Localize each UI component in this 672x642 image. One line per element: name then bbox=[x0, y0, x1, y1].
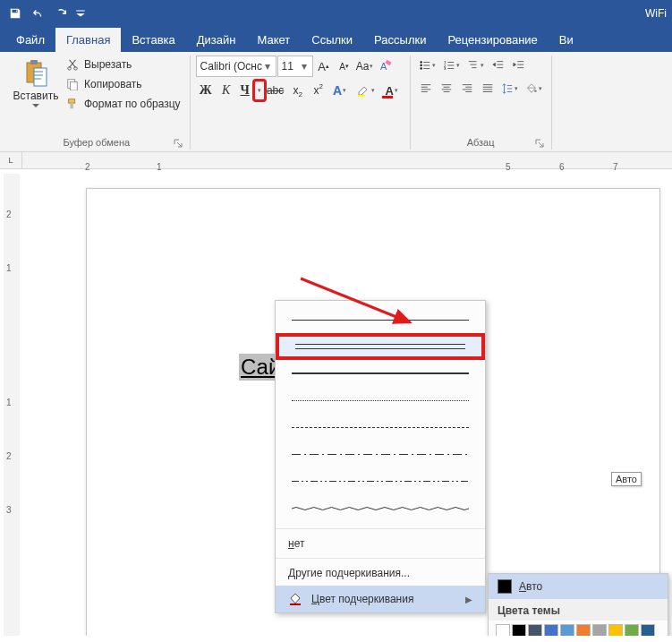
svg-text:3: 3 bbox=[444, 66, 447, 71]
color-swatch[interactable] bbox=[608, 624, 623, 636]
tab-review[interactable]: Рецензирование bbox=[437, 28, 548, 52]
group-clipboard: Вставить Вырезать Копировать Формат по о… bbox=[4, 56, 191, 150]
paste-button[interactable]: Вставить bbox=[9, 56, 63, 111]
color-swatch[interactable] bbox=[592, 624, 607, 636]
format-painter-button[interactable]: Формат по образцу bbox=[63, 95, 184, 113]
underline-style-thick[interactable] bbox=[276, 360, 485, 387]
svg-point-14 bbox=[421, 67, 422, 69]
color-swatch[interactable] bbox=[560, 624, 574, 636]
horizontal-ruler[interactable]: L 2 1 5 6 7 bbox=[0, 152, 672, 169]
vertical-ruler[interactable]: 2 1 1 2 3 bbox=[4, 174, 20, 636]
font-size-combobox[interactable]: 11▾ bbox=[277, 56, 313, 77]
title-bar: WiFi bbox=[0, 0, 672, 27]
color-auto[interactable]: Авто bbox=[489, 574, 668, 599]
shrink-font-button[interactable]: A▾ bbox=[335, 56, 354, 76]
format-painter-label: Формат по образцу bbox=[84, 98, 181, 110]
tab-selector[interactable]: L bbox=[0, 152, 22, 168]
group-label-font bbox=[196, 135, 404, 150]
tab-insert[interactable]: Вставка bbox=[121, 28, 185, 52]
copy-label: Копировать bbox=[84, 78, 142, 90]
underline-dropdown-button[interactable]: ▾ bbox=[254, 81, 265, 100]
paragraph-launcher[interactable] bbox=[533, 137, 546, 150]
copy-button[interactable]: Копировать bbox=[63, 75, 184, 93]
underline-color[interactable]: Цвет подчеркивания ▶ bbox=[276, 586, 485, 612]
color-swatch[interactable] bbox=[496, 624, 510, 636]
underline-style-double[interactable] bbox=[276, 333, 485, 360]
svg-rect-6 bbox=[70, 81, 77, 90]
color-swatch[interactable] bbox=[576, 624, 591, 636]
subscript-button[interactable]: x bbox=[286, 81, 306, 100]
tab-view[interactable]: Ви bbox=[549, 28, 584, 52]
numbering-button[interactable]: 123▾ bbox=[440, 56, 464, 75]
decrease-indent-button[interactable] bbox=[489, 56, 508, 75]
svg-rect-7 bbox=[69, 99, 75, 103]
tab-layout[interactable]: Макет bbox=[246, 28, 301, 52]
svg-rect-2 bbox=[34, 68, 47, 86]
underline-style-dashdot[interactable] bbox=[276, 441, 485, 467]
shading-button[interactable]: ▾ bbox=[523, 79, 546, 98]
qat-customize-button[interactable] bbox=[75, 4, 86, 23]
color-swatch[interactable] bbox=[528, 624, 542, 636]
redo-button[interactable] bbox=[52, 4, 72, 23]
underline-style-solid[interactable] bbox=[276, 306, 485, 333]
color-swatch[interactable] bbox=[544, 624, 558, 636]
align-right-button[interactable] bbox=[457, 79, 477, 98]
tab-mailings[interactable]: Рассылки bbox=[363, 28, 437, 52]
tab-home[interactable]: Главная bbox=[55, 28, 121, 52]
bullets-button[interactable]: ▾ bbox=[416, 56, 439, 75]
align-justify-button[interactable] bbox=[478, 79, 498, 98]
theme-colors-main-row bbox=[489, 621, 668, 636]
underline-style-dashed[interactable] bbox=[276, 414, 485, 441]
svg-point-12 bbox=[421, 61, 422, 63]
tab-file[interactable]: Файл bbox=[5, 28, 55, 52]
grow-font-button[interactable]: A▴ bbox=[314, 56, 334, 76]
underline-none[interactable]: нет bbox=[276, 531, 485, 556]
document-area: L 2 1 5 6 7 2 1 1 2 3 Сай bbox=[0, 152, 672, 636]
font-name-combobox[interactable]: Calibri (Оснс▾ bbox=[196, 56, 276, 77]
font-color-button[interactable]: A ▾ bbox=[379, 81, 404, 100]
theme-colors-header: Цвета темы bbox=[489, 599, 668, 621]
text-effects-button[interactable]: A▾ bbox=[327, 81, 353, 100]
ribbon: Вставить Вырезать Копировать Формат по о… bbox=[0, 52, 672, 152]
ribbon-tabs: Файл Главная Вставка Дизайн Макет Ссылки… bbox=[0, 27, 672, 52]
tab-references[interactable]: Ссылки bbox=[301, 28, 363, 52]
tab-design[interactable]: Дизайн bbox=[186, 28, 247, 52]
color-swatch[interactable] bbox=[512, 624, 526, 636]
line-spacing-button[interactable]: ▾ bbox=[498, 79, 522, 98]
clipboard-launcher[interactable] bbox=[172, 137, 184, 150]
underline-button[interactable]: Ч bbox=[237, 81, 253, 100]
save-button[interactable] bbox=[5, 4, 25, 23]
color-swatch[interactable] bbox=[641, 624, 655, 636]
italic-button[interactable]: К bbox=[217, 81, 236, 100]
clear-formatting-button[interactable]: A bbox=[376, 56, 396, 76]
multilevel-button[interactable]: ▾ bbox=[464, 56, 488, 75]
svg-rect-20 bbox=[290, 603, 301, 605]
change-case-button[interactable]: Aa▾ bbox=[355, 56, 375, 76]
underline-style-wave[interactable] bbox=[276, 494, 485, 521]
group-label-clipboard: Буфер обмена bbox=[9, 135, 184, 150]
underline-color-flyout: Авто Цвета темы Авто Стандартные цвета Д… bbox=[488, 573, 668, 636]
paint-bucket-icon bbox=[288, 592, 302, 606]
underline-style-dotted[interactable] bbox=[276, 387, 485, 414]
bold-button[interactable]: Ж bbox=[196, 81, 216, 100]
svg-point-13 bbox=[421, 64, 422, 66]
align-left-button[interactable] bbox=[416, 79, 436, 98]
color-swatch[interactable] bbox=[625, 624, 639, 636]
group-paragraph: ▾ 123▾ ▾ ▾ bbox=[411, 56, 552, 150]
highlight-button[interactable]: ▾ bbox=[353, 81, 379, 100]
color-tooltip: Авто bbox=[611, 472, 642, 486]
svg-rect-8 bbox=[70, 103, 73, 108]
undo-button[interactable] bbox=[29, 4, 48, 23]
increase-indent-button[interactable] bbox=[509, 56, 529, 75]
superscript-button[interactable]: x bbox=[307, 81, 327, 100]
underline-style-menu: нет Другие подчеркивания... Цвет подчерк… bbox=[275, 300, 486, 613]
underline-style-dashdotdot[interactable] bbox=[276, 467, 485, 494]
chevron-right-icon: ▶ bbox=[465, 595, 472, 604]
underline-more[interactable]: Другие подчеркивания... bbox=[276, 561, 485, 586]
cut-button[interactable]: Вырезать bbox=[63, 56, 184, 73]
align-center-button[interactable] bbox=[437, 79, 456, 98]
strike-button[interactable]: abc bbox=[266, 81, 285, 100]
svg-rect-1 bbox=[30, 60, 38, 64]
title-right-text: WiFi bbox=[645, 7, 667, 20]
group-font: Calibri (Оснс▾ 11▾ A▴ A▾ Aa▾ A Ж К Ч ▾ a… bbox=[191, 56, 411, 150]
